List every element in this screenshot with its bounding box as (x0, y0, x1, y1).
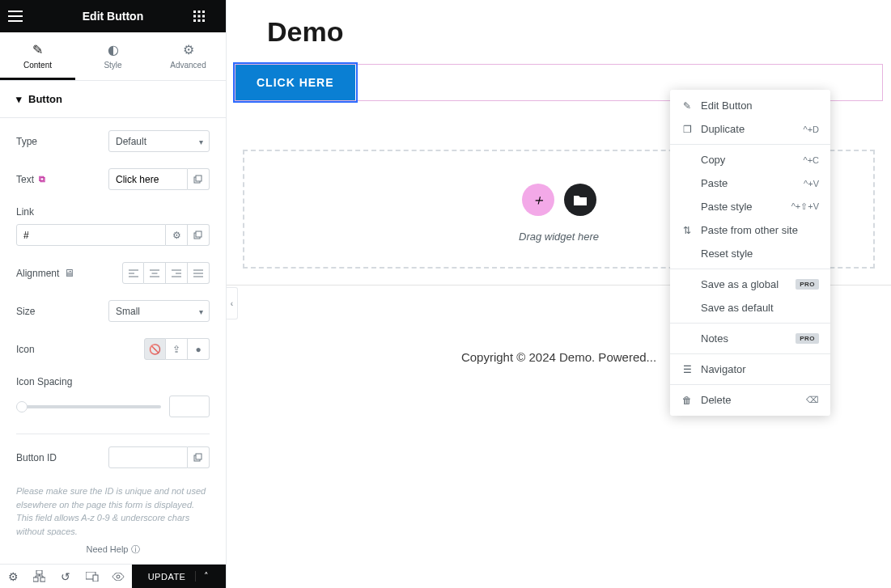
svg-rect-1 (198, 11, 201, 13)
ctx-paste-style[interactable]: Paste style ^+⇧+V (670, 195, 830, 218)
svg-rect-12 (196, 231, 202, 237)
control-type: Type Default (16, 130, 210, 152)
align-justify-button[interactable] (188, 262, 210, 284)
icon-upload-button[interactable]: ⇪ (166, 338, 188, 360)
panel-body: ▾ Button Type Default Text ⧉ (0, 81, 226, 535)
settings-button[interactable]: ⚙ (0, 565, 27, 588)
sidebar-footer: ⚙ ↺ UPDATE ˄ (0, 564, 226, 588)
svg-rect-7 (198, 19, 201, 22)
button-id-help: Please make sure the ID is unique and no… (16, 484, 210, 535)
panel-tabs: ✎ Content ◐ Style ⚙ Advanced (0, 32, 226, 81)
pencil-icon: ✎ (681, 100, 693, 112)
contrast-icon: ◐ (75, 42, 151, 57)
update-button[interactable]: UPDATE ˄ (132, 565, 226, 588)
control-size: Size Small (16, 300, 210, 322)
gear-icon: ⚙ (151, 42, 226, 57)
svg-rect-2 (202, 11, 205, 13)
panel-title: Edit Button (32, 10, 193, 23)
type-select[interactable]: Default (108, 130, 210, 152)
layers-icon: ☰ (681, 364, 693, 375)
ctx-copy[interactable]: Copy ^+C (670, 148, 830, 171)
align-center-button[interactable] (144, 262, 166, 284)
button-id-input[interactable] (108, 446, 188, 468)
icon-spacing-input[interactable] (169, 396, 210, 417)
ctx-edit[interactable]: ✎ Edit Button (670, 94, 830, 117)
svg-rect-5 (202, 15, 205, 18)
svg-rect-10 (196, 176, 202, 181)
svg-rect-0 (193, 11, 196, 13)
align-left-button[interactable] (122, 262, 144, 284)
collapse-sidebar-button[interactable]: ‹ (227, 287, 238, 319)
need-help-link[interactable]: Need Help ⓘ (0, 535, 226, 564)
ctx-paste-other[interactable]: ⇅ Paste from other site (670, 218, 830, 242)
ctx-save-default[interactable]: Save as default (670, 296, 830, 319)
desktop-icon[interactable]: 🖥 (64, 267, 74, 279)
link-dynamic-button[interactable] (188, 224, 210, 246)
svg-rect-8 (202, 19, 205, 22)
trash-icon: 🗑 (681, 395, 693, 406)
ctx-reset-style[interactable]: Reset style (670, 242, 830, 265)
section-button-toggle[interactable]: ▾ Button (0, 81, 226, 118)
svg-rect-14 (196, 454, 202, 459)
link-options-button[interactable]: ⚙ (166, 224, 188, 246)
caret-down-icon: ▾ (16, 93, 22, 105)
preview-button[interactable] (105, 565, 132, 588)
control-text: Text ⧉ (16, 168, 210, 190)
ctx-save-global[interactable]: Save as a global PRO (670, 273, 830, 296)
editor-sidebar: Edit Button ✎ Content ◐ Style ⚙ Advanced… (0, 0, 227, 588)
icon-none-button[interactable]: 🚫 (144, 338, 166, 360)
page-title: Demo (227, 0, 891, 64)
svg-rect-6 (193, 19, 196, 22)
backspace-icon: ⌫ (806, 395, 819, 405)
svg-rect-16 (33, 577, 38, 582)
icon-spacing-slider[interactable] (16, 405, 161, 408)
tab-content[interactable]: ✎ Content (0, 32, 75, 80)
sidebar-header: Edit Button (0, 0, 226, 32)
pencil-icon: ✎ (0, 42, 75, 57)
ctx-delete[interactable]: 🗑 Delete ⌫ (670, 388, 830, 412)
chevron-up-icon[interactable]: ˄ (195, 571, 210, 582)
apps-icon[interactable] (193, 11, 218, 22)
svg-rect-19 (93, 575, 98, 582)
link-input[interactable] (16, 224, 166, 246)
menu-icon[interactable] (8, 11, 32, 22)
control-icon-spacing: Icon Spacing (16, 376, 210, 417)
control-button-id: Button ID (16, 446, 210, 468)
dynamic-button[interactable] (188, 168, 210, 190)
button-id-dynamic-button[interactable] (188, 446, 210, 468)
swap-icon: ⇅ (681, 225, 693, 236)
demo-button[interactable]: CLICK HERE (235, 65, 355, 100)
svg-rect-3 (193, 15, 196, 18)
svg-rect-17 (40, 577, 45, 582)
control-alignment: Alignment 🖥 (16, 262, 210, 284)
tab-advanced[interactable]: ⚙ Advanced (151, 32, 226, 80)
tab-style[interactable]: ◐ Style (75, 32, 151, 80)
icon-library-button[interactable]: ● (188, 338, 210, 360)
align-right-button[interactable] (166, 262, 188, 284)
svg-rect-4 (198, 15, 201, 18)
dynamic-icon[interactable]: ⧉ (39, 174, 45, 184)
ctx-duplicate[interactable]: ❐ Duplicate ^+D (670, 117, 830, 141)
svg-rect-15 (36, 570, 42, 574)
responsive-button[interactable] (79, 565, 106, 588)
control-link: Link ⚙ (16, 206, 210, 246)
history-button[interactable]: ↺ (53, 565, 79, 588)
ctx-paste[interactable]: Paste ^+V (670, 171, 830, 195)
svg-point-20 (117, 575, 120, 578)
text-input[interactable] (108, 168, 188, 190)
copy-icon: ❐ (681, 124, 693, 135)
template-library-button[interactable] (564, 184, 596, 216)
structure-button[interactable] (27, 565, 53, 588)
size-select[interactable]: Small (108, 300, 210, 322)
ctx-notes[interactable]: Notes PRO (670, 327, 830, 350)
context-menu: ✎ Edit Button ❐ Duplicate ^+D Copy ^+C P… (670, 90, 830, 416)
ctx-navigator[interactable]: ☰ Navigator (670, 357, 830, 381)
help-icon: ⓘ (131, 544, 140, 554)
control-icon: Icon 🚫 ⇪ ● (16, 338, 210, 360)
add-section-button[interactable]: ＋ (522, 184, 554, 216)
